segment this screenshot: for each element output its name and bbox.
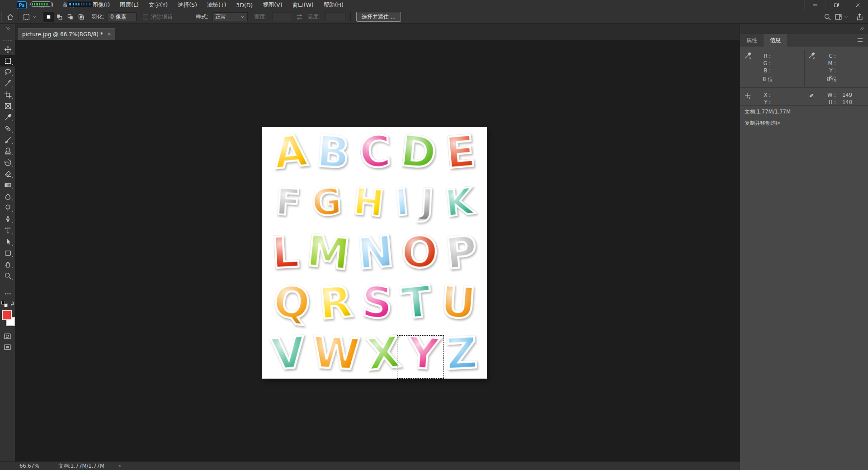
chevrons-right-icon [5,26,11,32]
menu-item[interactable]: 视图(V) [258,0,287,10]
antialias-checkbox[interactable] [143,10,148,24]
info-r-label: R : [764,53,771,59]
tool-hand[interactable] [0,259,15,270]
tool-magic-wand[interactable] [0,78,15,89]
search-icon [824,13,831,21]
info-w-label: W : [827,92,836,98]
info-c-label: C : [829,53,836,59]
feather-label: 羽化: [92,10,104,24]
close-button[interactable] [847,0,868,10]
quick-mask-button[interactable] [4,332,11,340]
tool-lasso[interactable] [0,66,15,78]
menu-item[interactable]: 帮助(H) [319,0,349,10]
bubble-letter-i: I [394,186,410,219]
info-h-value: 140 [842,99,852,105]
tool-crop[interactable] [0,89,15,100]
bubble-letter-z: Z [445,333,478,374]
swap-arrows-icon [296,13,303,21]
bubble-letter-v: V [270,333,307,375]
subtract-from-selection-button[interactable] [65,12,75,22]
foreground-color-swatch[interactable] [2,310,12,320]
marquee-preset-icon [23,13,30,21]
workspace-button[interactable] [835,10,849,24]
tab-properties[interactable]: 属性 [740,34,764,47]
restore-button[interactable] [826,0,847,10]
info-g-label: G : [764,60,771,66]
bubble-letter-a: A [272,131,309,173]
canvas-image[interactable]: ABCDEFGHIJKLMNOPQRSTUVWXYZ [262,127,487,379]
menu-item[interactable]: 窗口(W) [288,0,319,10]
bubble-letter-d: D [399,131,438,173]
info-bits-right: 8 位 [827,76,837,83]
green-level-meter-icon [30,1,52,7]
canvas-pasteboard[interactable]: ABCDEFGHIJKLMNOPQRSTUVWXYZ [15,40,740,461]
toolbar-collapse-button[interactable] [5,26,11,32]
intersect-with-selection-button[interactable] [76,12,86,22]
bubble-letter-p: P [444,232,479,274]
menu-item[interactable]: 图层(L) [115,0,144,10]
bubble-letter-j: J [420,186,434,219]
bubble-letter-b: B [316,132,351,172]
height-input[interactable] [326,10,345,24]
menu-item[interactable]: 选择(S) [173,0,202,10]
tool-gradient[interactable] [0,180,15,191]
bubble-letter-n: N [356,232,396,274]
tool-rectangle[interactable] [0,247,15,259]
tab-info[interactable]: 信息 [764,34,787,47]
menu-bar: Ps 文件(F)编辑(E)图像(I)图层(L)文字(Y)选择(S)滤镜(T)3D… [0,0,868,10]
tool-pen[interactable] [0,214,15,225]
screen-mode-button[interactable] [4,343,11,351]
tool-eraser[interactable] [0,168,15,180]
tool-zoom[interactable] [0,270,15,281]
selection-marquee[interactable] [397,335,444,379]
swap-colors-icon [9,300,16,307]
tool-eyedropper[interactable] [0,112,15,123]
style-label: 样式: [196,10,208,24]
toolbar [0,24,15,461]
tool-spot-healing-brush[interactable] [0,123,15,134]
tool-brush[interactable] [0,134,15,146]
menu-item[interactable]: 滤镜(T) [202,0,231,10]
selection-mode-group [43,10,86,24]
document-tab-title: picture.jpg @ 66.7%(RGB/8) * [22,31,103,38]
tool-frame[interactable] [0,100,15,112]
document-tab-close-icon[interactable]: × [107,31,111,37]
add-to-selection-button[interactable] [54,12,65,22]
share-button[interactable] [856,10,863,24]
tool-rectangular-marquee[interactable] [0,55,15,66]
chevron-down-icon [240,14,245,19]
tool-history-brush[interactable] [0,157,15,168]
tool-dodge[interactable] [0,202,15,214]
width-input[interactable] [272,10,292,24]
toolbar-grabber[interactable] [3,40,12,41]
tool-move[interactable] [0,44,15,55]
panel-collapse-button[interactable] [859,25,865,31]
tool-path-selection[interactable] [0,236,15,247]
menu-item[interactable]: 文字(Y) [144,0,173,10]
info-y-label: Y : [829,67,836,74]
tool-blur[interactable] [0,191,15,202]
swap-colors-button[interactable] [9,300,16,307]
quick-mask-icon [4,332,11,340]
options-grabber[interactable] [1,10,3,24]
tool-clone-stamp[interactable] [0,146,15,157]
feather-input[interactable]: 0 像素 [108,10,137,24]
status-chevron-icon[interactable]: › [119,463,121,469]
tool-preset-picker[interactable] [23,10,37,24]
tool-type[interactable] [0,225,15,236]
edit-toolbar-button[interactable] [0,289,15,298]
default-colors-button[interactable] [1,301,9,308]
select-and-mask-button[interactable]: 选择并遮住 ... [356,10,401,24]
close-icon [855,2,861,8]
new-selection-button[interactable] [43,12,54,22]
search-button[interactable] [824,10,831,24]
zoom-level-field[interactable]: 66.67% [19,463,39,469]
bubble-letter-m: M [305,232,352,275]
home-button[interactable] [6,10,14,24]
document-tab[interactable]: picture.jpg @ 66.7%(RGB/8) * × [18,28,115,40]
minimize-button[interactable] [804,0,826,10]
menu-item[interactable]: 3D(D) [231,0,258,10]
swap-dimensions-button[interactable] [296,10,303,24]
panel-menu-button[interactable] [857,37,863,43]
style-dropdown[interactable]: 正常 [212,10,248,24]
